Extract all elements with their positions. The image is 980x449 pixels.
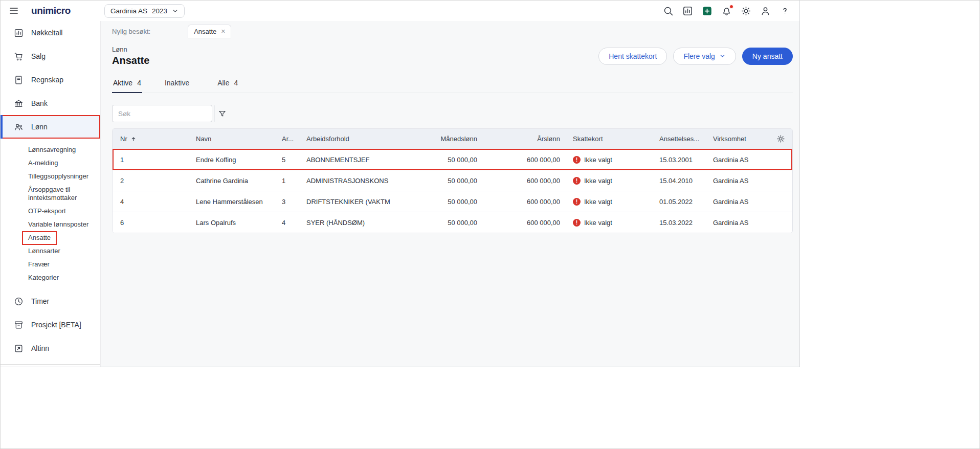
skattekort-status: Ikke valgt bbox=[584, 219, 612, 227]
employees-table: Nr Navn Ar... Arbeidsforhold Månedslønn … bbox=[112, 128, 793, 233]
sidebar-item-label: Bank bbox=[31, 99, 48, 107]
notifications-bell-icon[interactable] bbox=[720, 5, 733, 17]
bank-icon bbox=[14, 99, 24, 108]
subnav-lonnsavregning[interactable]: Lønnsavregning bbox=[1, 143, 100, 156]
col-header-nr[interactable]: Nr bbox=[113, 135, 192, 143]
project-box-icon bbox=[14, 320, 24, 330]
ledger-icon bbox=[14, 75, 24, 85]
alert-icon: ! bbox=[573, 156, 581, 164]
table-row[interactable]: 6 Lars Opalrufs 4 SYER (HÅNDSØM) 50 000,… bbox=[113, 212, 792, 233]
page-title: Ansatte bbox=[112, 55, 149, 66]
subnav-otp-eksport[interactable]: OTP-eksport bbox=[1, 205, 100, 218]
sidebar-item-altinn[interactable]: Altinn bbox=[1, 336, 100, 360]
employee-status-tabs: Aktive 4 Inaktive Alle 4 bbox=[112, 79, 793, 93]
settings-gear-icon[interactable] bbox=[740, 5, 752, 17]
search-group bbox=[112, 105, 212, 122]
topbar-actions bbox=[662, 5, 791, 17]
company-name: Gardinia AS bbox=[110, 7, 147, 15]
tab-alle[interactable]: Alle 4 bbox=[216, 79, 239, 93]
reports-icon[interactable] bbox=[681, 5, 694, 17]
sidebar-item-timer[interactable]: Timer bbox=[1, 289, 100, 313]
skattekort-status: Ikke valgt bbox=[584, 156, 612, 164]
col-header-arbeidsforhold[interactable]: Arbeidsforhold bbox=[302, 135, 424, 143]
user-profile-icon[interactable] bbox=[759, 5, 772, 17]
col-header-ar[interactable]: Ar... bbox=[278, 135, 302, 143]
subnav-variable-lonnsposter[interactable]: Variable lønnsposter bbox=[1, 218, 100, 231]
quick-create-icon[interactable] bbox=[701, 5, 714, 17]
subnav-tilleggsopplysninger[interactable]: Tilleggsopplysninger bbox=[1, 170, 100, 183]
alert-icon: ! bbox=[573, 177, 581, 185]
filter-icon[interactable] bbox=[214, 105, 230, 122]
search-input[interactable] bbox=[113, 105, 214, 122]
subnav-ansatte[interactable]: Ansatte bbox=[1, 231, 100, 244]
app-window: unimicro Gardinia AS 2023 bbox=[1, 1, 800, 367]
sidebar-item-prosjekt[interactable]: Prosjekt [BETA] bbox=[1, 313, 100, 336]
subnav-arsoppgave[interactable]: Årsoppgave til inntektsmottaker bbox=[1, 183, 100, 205]
table-toolbar bbox=[101, 93, 799, 122]
sidebar-item-nokkeltall[interactable]: Nøkkeltall bbox=[1, 21, 100, 44]
tab-count: 4 bbox=[234, 79, 238, 87]
altinn-icon bbox=[14, 344, 24, 353]
col-header-skattekort[interactable]: Skattekort bbox=[564, 135, 655, 143]
ny-ansatt-button[interactable]: Ny ansatt bbox=[742, 48, 793, 65]
sidebar-item-label: Lønn bbox=[31, 123, 48, 131]
main-content: Nylig besøkt: Ansatte × Lønn Ansatte Hen… bbox=[101, 21, 799, 367]
header-actions: Hent skattekort Flere valg Ny ansatt bbox=[598, 48, 793, 65]
recently-visited-label: Nylig besøkt: bbox=[112, 28, 150, 35]
col-header-manedslonn[interactable]: Månedslønn bbox=[424, 135, 481, 143]
table-row[interactable]: 1 Endre Koffing 5 ABONNEMENTSJEF 50 000,… bbox=[113, 149, 792, 170]
sidebar-item-label: Salg bbox=[31, 52, 46, 60]
topbar: unimicro Gardinia AS 2023 bbox=[1, 1, 799, 21]
col-header-arslonn[interactable]: Årslønn bbox=[481, 135, 564, 143]
page-header: Lønn Ansatte Hent skattekort Flere valg … bbox=[101, 38, 799, 66]
people-icon bbox=[14, 122, 24, 132]
sidebar: Nøkkeltall Salg Regnskap Bank Lønn Lønns… bbox=[1, 21, 101, 367]
notification-badge bbox=[729, 5, 733, 9]
sort-ascending-icon bbox=[130, 136, 137, 142]
title-block: Lønn Ansatte bbox=[112, 46, 149, 66]
clock-icon bbox=[14, 297, 24, 306]
sidebar-item-label: Altinn bbox=[31, 344, 49, 352]
chevron-down-icon bbox=[172, 8, 179, 14]
breadcrumb: Lønn bbox=[112, 46, 149, 53]
sidebar-item-lonn[interactable]: Lønn bbox=[1, 115, 100, 139]
help-icon[interactable] bbox=[778, 5, 791, 17]
table-header-row: Nr Navn Ar... Arbeidsforhold Månedslønn … bbox=[113, 129, 792, 149]
unimicro-logo: unimicro bbox=[31, 5, 71, 16]
key-figures-icon bbox=[14, 28, 24, 38]
recent-tab-label: Ansatte bbox=[194, 28, 216, 35]
hent-skattekort-button[interactable]: Hent skattekort bbox=[598, 48, 667, 65]
sidebar-item-salg[interactable]: Salg bbox=[1, 44, 100, 68]
col-header-navn[interactable]: Navn bbox=[192, 135, 278, 143]
close-icon[interactable]: × bbox=[221, 29, 225, 34]
sidebar-item-bank[interactable]: Bank bbox=[1, 92, 100, 115]
subnav-a-melding[interactable]: A-melding bbox=[1, 156, 100, 170]
chevron-down-icon bbox=[719, 53, 726, 59]
tab-count: 4 bbox=[137, 79, 141, 87]
col-header-ansettelses[interactable]: Ansettelses... bbox=[655, 135, 709, 143]
cart-icon bbox=[14, 52, 24, 61]
tab-aktive[interactable]: Aktive 4 bbox=[112, 79, 142, 93]
sidebar-footer-divider bbox=[1, 364, 100, 365]
subnav-fravar[interactable]: Fravær bbox=[1, 258, 100, 271]
tab-inaktive[interactable]: Inaktive bbox=[164, 79, 195, 93]
table-row[interactable]: 4 Lene Hammerstålesen 3 DRIFTSTEKNIKER (… bbox=[113, 191, 792, 212]
hamburger-menu-icon[interactable] bbox=[8, 5, 20, 17]
subnav-lonnsarter[interactable]: Lønnsarter bbox=[1, 244, 100, 258]
sidebar-item-label: Timer bbox=[31, 297, 49, 305]
recently-visited-bar: Nylig besøkt: Ansatte × bbox=[101, 21, 799, 38]
table-row[interactable]: 2 Cathrine Gardinia 1 ADMINISTRASJONSKON… bbox=[113, 170, 792, 191]
subnav-kategorier[interactable]: Kategorier bbox=[1, 271, 100, 284]
recent-tab-ansatte[interactable]: Ansatte × bbox=[188, 25, 231, 38]
search-icon[interactable] bbox=[662, 5, 675, 17]
alert-icon: ! bbox=[573, 219, 581, 227]
col-header-virksomhet[interactable]: Virksomhet bbox=[709, 135, 774, 143]
sidebar-item-regnskap[interactable]: Regnskap bbox=[1, 68, 100, 92]
company-year: 2023 bbox=[152, 7, 167, 15]
company-selector[interactable]: Gardinia AS 2023 bbox=[104, 4, 185, 18]
screen: { "topbar": { "logo": "unimicro", "compa… bbox=[0, 0, 980, 449]
flere-valg-button[interactable]: Flere valg bbox=[673, 48, 736, 65]
alert-icon: ! bbox=[573, 198, 581, 206]
skattekort-status: Ikke valgt bbox=[584, 198, 612, 206]
column-settings-gear-icon[interactable] bbox=[775, 133, 786, 144]
